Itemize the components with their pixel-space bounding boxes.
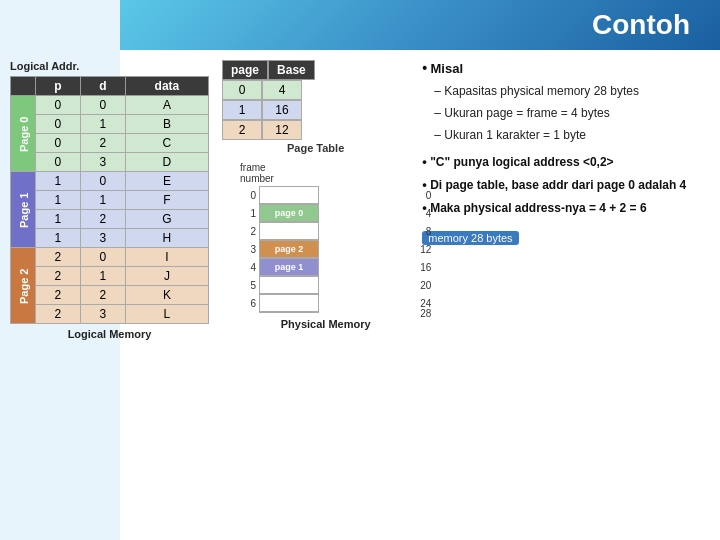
logical-addr-table: p d data Page 0 0 0 A 0 1 B (10, 76, 209, 324)
frame-box-4: page 1 (259, 258, 319, 276)
pt-col-page: page (222, 60, 268, 80)
frame-box-2 (259, 222, 319, 240)
d-val: 0 (80, 172, 125, 191)
p-val: 2 (36, 248, 81, 267)
d-val: 2 (80, 286, 125, 305)
col-data-header: data (125, 77, 208, 96)
page-table-section: page Base 0 4 1 16 2 12 Page Table (222, 60, 409, 154)
p-val: 2 (36, 267, 81, 286)
pt-row-0: 0 4 (222, 80, 409, 100)
frame-end-line (259, 312, 319, 314)
physical-memory-section: framenumber 0 0 1 page 0 4 2 (222, 162, 409, 330)
phys-frame-5: 5 20 (242, 276, 409, 294)
p-val: 2 (36, 286, 81, 305)
frame-addr-3: 12 (420, 244, 431, 255)
table-row: 1 3 H (11, 229, 209, 248)
phys-frame-0: 0 0 (242, 186, 409, 204)
frame-box-1: page 0 (259, 204, 319, 222)
bullet-sub-2: Ukuran page = frame = 4 bytes (434, 104, 708, 122)
table-row: Page 2 2 0 I (11, 248, 209, 267)
memory-badge: memory 28 bytes (422, 231, 518, 245)
frame-num-1: 1 (242, 208, 256, 219)
p-val: 0 (36, 115, 81, 134)
page1-label: Page 1 (11, 172, 36, 248)
data-val: J (125, 267, 208, 286)
bullet-c-dot: • (422, 154, 427, 169)
table-row: 2 2 K (11, 286, 209, 305)
pt-row-1: 1 16 (222, 100, 409, 120)
frame-box-6 (259, 294, 319, 312)
table-row: 0 3 D (11, 153, 209, 172)
frame-num-0: 0 (242, 190, 256, 201)
frame-num-3: 3 (242, 244, 256, 255)
frame-addr-5: 20 (420, 280, 431, 291)
logical-memory-section: Logical Addr. p d data Page 0 0 0 A (0, 50, 217, 540)
data-val: D (125, 153, 208, 172)
phys-mem-diagram: 0 0 1 page 0 4 2 8 3 (242, 186, 409, 314)
page2-label: Page 2 (11, 248, 36, 324)
d-val: 2 (80, 210, 125, 229)
d-val: 3 (80, 229, 125, 248)
frame-box-0 (259, 186, 319, 204)
d-val: 3 (80, 153, 125, 172)
bullet-sub-3: Ukuran 1 karakter = 1 byte (434, 126, 708, 144)
col-p-header: p (36, 77, 81, 96)
data-val: E (125, 172, 208, 191)
phys-frame-1: 1 page 0 4 (242, 204, 409, 222)
pt-base-1: 16 (262, 100, 302, 120)
phys-frame-3: 3 page 2 12 (242, 240, 409, 258)
frame-addr-0: 0 (426, 190, 432, 201)
p-val: 0 (36, 96, 81, 115)
frame-num-6: 6 (242, 298, 256, 309)
table-row: 0 1 B (11, 115, 209, 134)
bullet-phys: Maka physical address-nya = 4 + 2 = 6 (430, 201, 646, 215)
bullet-misal-dot: • (422, 60, 427, 76)
frame-box-5 (259, 276, 319, 294)
table-row: 1 2 G (11, 210, 209, 229)
data-val: I (125, 248, 208, 267)
pt-base-0: 4 (262, 80, 302, 100)
phys-frame-2: 2 8 (242, 222, 409, 240)
pt-base-2: 12 (262, 120, 302, 140)
pt-page-0: 0 (222, 80, 262, 100)
d-val: 1 (80, 191, 125, 210)
frame-num-4: 4 (242, 262, 256, 273)
frame-addr-end: 28 (420, 308, 431, 319)
col-spacer (11, 77, 36, 96)
frame-addr-1: 4 (426, 208, 432, 219)
page-table-label: Page Table (222, 142, 409, 154)
data-val: G (125, 210, 208, 229)
table-row: 2 3 L (11, 305, 209, 324)
p-val: 1 (36, 229, 81, 248)
p-val: 2 (36, 305, 81, 324)
table-row: 2 1 J (11, 267, 209, 286)
pt-col-base: Base (268, 60, 315, 80)
table-row: 0 2 C (11, 134, 209, 153)
frame-num-2: 2 (242, 226, 256, 237)
page-table-header: page Base (222, 60, 409, 80)
d-val: 0 (80, 248, 125, 267)
data-val: F (125, 191, 208, 210)
header: Contoh (120, 0, 720, 50)
page0-label: Page 0 (11, 96, 36, 172)
frame-addr-4: 16 (420, 262, 431, 273)
pt-row-2: 2 12 (222, 120, 409, 140)
table-row: 1 1 F (11, 191, 209, 210)
p-val: 1 (36, 172, 81, 191)
logical-addr-label: Logical Addr. (10, 60, 209, 72)
p-val: 0 (36, 134, 81, 153)
frame-box-3: page 2 (259, 240, 319, 258)
bullet-c: "C" punya logical address <0,2> (430, 155, 613, 169)
col-d-header: d (80, 77, 125, 96)
data-val: K (125, 286, 208, 305)
data-val: A (125, 96, 208, 115)
middle-section: page Base 0 4 1 16 2 12 Page Table frame… (217, 50, 414, 540)
table-row: Page 0 0 0 A (11, 96, 209, 115)
phys-frame-6: 6 24 (242, 294, 409, 312)
pt-page-1: 1 (222, 100, 262, 120)
frame-addr-2: 8 (426, 226, 432, 237)
logical-memory-label: Logical Memory (10, 328, 209, 340)
frame-number-label: framenumber (240, 162, 409, 184)
p-val: 1 (36, 191, 81, 210)
data-val: L (125, 305, 208, 324)
